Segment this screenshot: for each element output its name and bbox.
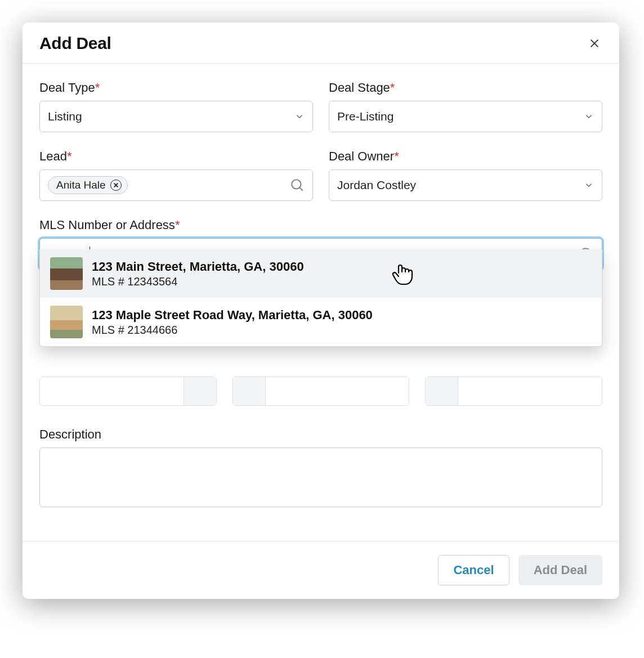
mls-label: MLS Number or Address* xyxy=(39,218,602,232)
property-thumbnail xyxy=(50,306,83,338)
deal-type-field: Deal Type* Listing xyxy=(39,80,313,132)
lead-chip: Anita Hale xyxy=(48,176,128,194)
modal-header: Add Deal xyxy=(23,23,619,64)
deal-type-value: Listing xyxy=(48,110,294,123)
add-deal-modal: Add Deal Deal Type* Listing Deal Stage* xyxy=(23,23,619,599)
deal-owner-select[interactable]: Jordan Costley xyxy=(329,169,602,201)
suggestion-mls: MLS # 12343564 xyxy=(92,275,304,288)
description-textarea[interactable] xyxy=(39,447,602,507)
deal-type-select[interactable]: Listing xyxy=(39,101,313,132)
modal-footer: Cancel Add Deal xyxy=(23,541,619,599)
lead-chip-text: Anita Hale xyxy=(56,179,106,191)
description-field: Description xyxy=(39,427,602,507)
hidden-field[interactable] xyxy=(39,377,217,406)
close-icon xyxy=(113,182,119,188)
mls-suggestion-item[interactable]: 123 Maple Street Road Way, Marietta, GA,… xyxy=(40,298,602,346)
chevron-down-icon xyxy=(584,111,594,122)
deal-stage-value: Pre-Listing xyxy=(337,110,584,123)
search-icon xyxy=(290,178,305,193)
deal-type-label: Deal Type* xyxy=(39,80,313,95)
deal-owner-value: Jordan Costley xyxy=(337,178,584,192)
deal-stage-field: Deal Stage* Pre-Listing xyxy=(329,80,602,132)
property-thumbnail xyxy=(50,257,83,290)
lead-input[interactable]: Anita Hale xyxy=(39,169,313,201)
chevron-down-icon xyxy=(294,111,305,122)
hidden-field[interactable] xyxy=(425,377,602,406)
suggestion-address: 123 Main Street, Marietta, GA, 30060 xyxy=(92,259,304,274)
modal-body: Deal Type* Listing Deal Stage* Pre-Listi… xyxy=(23,64,619,541)
hidden-field[interactable] xyxy=(232,377,410,406)
mls-suggestions-dropdown: 123 Main Street, Marietta, GA, 30060 MLS… xyxy=(39,249,602,347)
suggestion-mls: MLS # 21344666 xyxy=(92,324,373,337)
deal-stage-select[interactable]: Pre-Listing xyxy=(329,101,602,132)
deal-owner-label: Deal Owner* xyxy=(329,149,602,164)
deal-stage-label: Deal Stage* xyxy=(329,80,602,95)
chevron-down-icon xyxy=(584,180,594,190)
modal-title: Add Deal xyxy=(39,34,111,53)
mls-suggestion-item[interactable]: 123 Main Street, Marietta, GA, 30060 MLS… xyxy=(40,249,602,298)
close-button[interactable] xyxy=(587,35,602,51)
svg-line-1 xyxy=(299,187,302,190)
description-label: Description xyxy=(39,427,602,442)
lead-label: Lead* xyxy=(39,149,313,164)
lead-field: Lead* Anita Hale xyxy=(39,149,313,201)
cancel-button[interactable]: Cancel xyxy=(438,555,509,585)
svg-point-0 xyxy=(292,180,301,189)
close-icon xyxy=(588,37,601,50)
add-deal-button[interactable]: Add Deal xyxy=(518,555,602,585)
mls-field: MLS Number or Address* 123 Ma 123 Main S… xyxy=(39,218,602,406)
hidden-fields-row xyxy=(39,377,602,406)
suggestion-address: 123 Maple Street Road Way, Marietta, GA,… xyxy=(92,308,373,323)
lead-chip-remove[interactable] xyxy=(110,180,122,191)
deal-owner-field: Deal Owner* Jordan Costley xyxy=(329,149,602,201)
